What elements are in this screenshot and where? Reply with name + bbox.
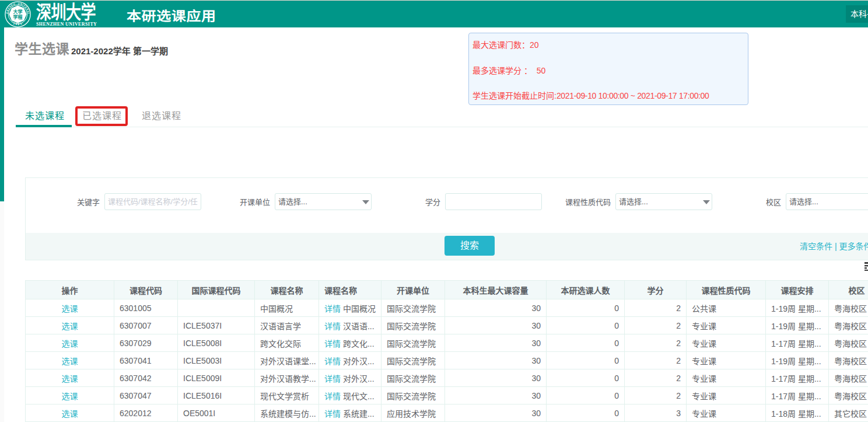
svg-text:学程: 学程 <box>13 14 23 20</box>
svg-text:大学: 大学 <box>13 9 23 15</box>
